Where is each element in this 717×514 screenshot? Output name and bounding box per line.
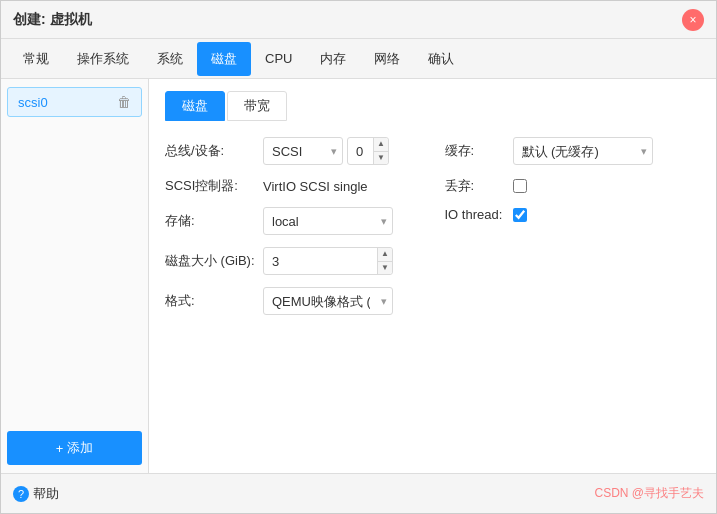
sub-tab-disk[interactable]: 磁盘 bbox=[165, 91, 225, 121]
disk-size-label: 磁盘大小 (GiB): bbox=[165, 252, 255, 270]
window-title: 创建: 虚拟机 bbox=[13, 11, 92, 29]
title-bar: 创建: 虚拟机 × bbox=[1, 1, 716, 39]
scsi-controller-value: VirtIO SCSI single bbox=[263, 179, 368, 194]
io-thread-checkbox[interactable] bbox=[513, 208, 527, 222]
disk-size-increment[interactable]: ▲ bbox=[377, 248, 392, 262]
nav-tabs: 常规 操作系统 系统 磁盘 CPU 内存 网络 确认 bbox=[1, 39, 716, 79]
discard-row: 丢弃: bbox=[445, 177, 701, 195]
add-disk-button[interactable]: + 添加 bbox=[7, 431, 142, 465]
tab-disk[interactable]: 磁盘 bbox=[197, 42, 251, 76]
add-icon: + bbox=[56, 441, 64, 456]
sidebar-item-delete-button[interactable]: 🗑 bbox=[117, 94, 131, 110]
disk-size-spinner-wrapper: ▲ ▼ bbox=[263, 247, 393, 275]
bus-id-wrapper: SCSI IDE SATA VirtIO ▲ ▼ bbox=[263, 137, 389, 165]
io-thread-checkbox-wrapper bbox=[513, 208, 527, 222]
format-select[interactable]: QEMU映像格式 (qco 原始格式 (raw) bbox=[263, 287, 393, 315]
tab-network[interactable]: 网络 bbox=[360, 42, 414, 76]
sidebar-item-scsi0[interactable]: scsi0 🗑 bbox=[7, 87, 142, 117]
io-thread-label: IO thread: bbox=[445, 207, 505, 222]
sidebar-spacer bbox=[7, 121, 142, 431]
disk-size-input[interactable] bbox=[263, 247, 393, 275]
bus-id-decrement[interactable]: ▼ bbox=[373, 152, 388, 165]
scsi-controller-label: SCSI控制器: bbox=[165, 177, 255, 195]
discard-checkbox-wrapper bbox=[513, 179, 527, 193]
cache-select[interactable]: 默认 (无缓存) 直写 回写 不缓存 不安全 bbox=[513, 137, 653, 165]
cache-label: 缓存: bbox=[445, 142, 505, 160]
storage-select[interactable]: local local-lvm bbox=[263, 207, 393, 235]
content-area: scsi0 🗑 + 添加 磁盘 带宽 总线/设备: bbox=[1, 79, 716, 473]
sub-tab-bandwidth[interactable]: 带宽 bbox=[227, 91, 287, 121]
cache-select-wrapper: 默认 (无缓存) 直写 回写 不缓存 不安全 bbox=[513, 137, 653, 165]
bus-device-row: 总线/设备: SCSI IDE SATA VirtIO bbox=[165, 137, 421, 165]
format-row: 格式: QEMU映像格式 (qco 原始格式 (raw) bbox=[165, 287, 421, 315]
format-select-wrapper: QEMU映像格式 (qco 原始格式 (raw) bbox=[263, 287, 393, 315]
tab-confirm[interactable]: 确认 bbox=[414, 42, 468, 76]
bus-id-spinner-buttons: ▲ ▼ bbox=[373, 138, 388, 164]
discard-checkbox[interactable] bbox=[513, 179, 527, 193]
bottom-bar: ? 帮助 CSDN @寻找手艺夫 bbox=[1, 473, 716, 513]
form-left-col: 总线/设备: SCSI IDE SATA VirtIO bbox=[165, 137, 421, 327]
tab-system[interactable]: 系统 bbox=[143, 42, 197, 76]
main-window: 创建: 虚拟机 × 常规 操作系统 系统 磁盘 CPU 内存 网络 确认 scs… bbox=[0, 0, 717, 514]
io-thread-row: IO thread: bbox=[445, 207, 701, 222]
bus-select[interactable]: SCSI IDE SATA VirtIO bbox=[263, 137, 343, 165]
cache-row: 缓存: 默认 (无缓存) 直写 回写 不缓存 不安全 bbox=[445, 137, 701, 165]
sidebar: scsi0 🗑 + 添加 bbox=[1, 79, 149, 473]
bus-id-increment[interactable]: ▲ bbox=[373, 138, 388, 152]
form-right-col: 缓存: 默认 (无缓存) 直写 回写 不缓存 不安全 bbox=[445, 137, 701, 327]
sub-tabs: 磁盘 带宽 bbox=[165, 91, 700, 121]
disk-size-spinner-buttons: ▲ ▼ bbox=[377, 248, 392, 274]
format-label: 格式: bbox=[165, 292, 255, 310]
bus-select-wrapper: SCSI IDE SATA VirtIO bbox=[263, 137, 343, 165]
bus-device-label: 总线/设备: bbox=[165, 142, 255, 160]
sidebar-item-label: scsi0 bbox=[18, 95, 48, 110]
close-button[interactable]: × bbox=[682, 9, 704, 31]
disk-size-row: 磁盘大小 (GiB): ▲ ▼ bbox=[165, 247, 421, 275]
tab-general[interactable]: 常规 bbox=[9, 42, 63, 76]
tab-cpu[interactable]: CPU bbox=[251, 43, 306, 74]
tab-memory[interactable]: 内存 bbox=[306, 42, 360, 76]
storage-label: 存储: bbox=[165, 212, 255, 230]
discard-label: 丢弃: bbox=[445, 177, 505, 195]
add-label: 添加 bbox=[67, 439, 93, 457]
help-icon: ? bbox=[13, 486, 29, 502]
storage-row: 存储: local local-lvm bbox=[165, 207, 421, 235]
bus-id-spinner-wrapper: ▲ ▼ bbox=[347, 137, 389, 165]
help-button[interactable]: ? 帮助 bbox=[13, 485, 59, 503]
scsi-controller-row: SCSI控制器: VirtIO SCSI single bbox=[165, 177, 421, 195]
main-content: 磁盘 带宽 总线/设备: SCSI IDE bbox=[149, 79, 716, 473]
tab-os[interactable]: 操作系统 bbox=[63, 42, 143, 76]
disk-size-decrement[interactable]: ▼ bbox=[377, 262, 392, 275]
watermark: CSDN @寻找手艺夫 bbox=[594, 485, 704, 502]
form-grid: 总线/设备: SCSI IDE SATA VirtIO bbox=[165, 137, 700, 327]
help-label: 帮助 bbox=[33, 485, 59, 503]
storage-select-wrapper: local local-lvm bbox=[263, 207, 393, 235]
